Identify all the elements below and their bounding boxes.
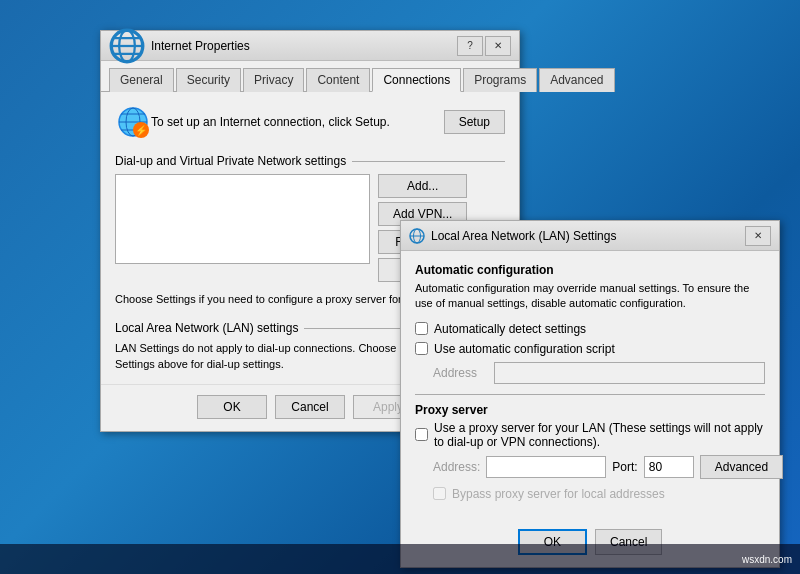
inet-title-bar: Internet Properties ? ✕ [101, 31, 519, 61]
setup-text: To set up an Internet connection, click … [151, 114, 444, 131]
tab-privacy[interactable]: Privacy [243, 68, 304, 92]
lan-dialog-title: Local Area Network (LAN) Settings [431, 229, 745, 243]
bypass-proxy-row: Bypass proxy server for local addresses [433, 487, 765, 501]
tab-connections[interactable]: Connections [372, 68, 461, 92]
inet-window-title: Internet Properties [151, 39, 457, 53]
auto-script-checkbox[interactable] [415, 342, 428, 355]
lan-close-button[interactable]: ✕ [745, 226, 771, 246]
lan-title-bar: Local Area Network (LAN) Settings ✕ [401, 221, 779, 251]
proxy-address-row: Address: Port: Advanced [433, 455, 765, 479]
setup-row: ⚡ To set up an Internet connection, clic… [115, 104, 505, 140]
lan-dialog-controls: ✕ [745, 226, 771, 246]
auto-detect-row: Automatically detect settings [415, 322, 765, 336]
auto-detect-checkbox[interactable] [415, 322, 428, 335]
ok-button[interactable]: OK [197, 395, 267, 419]
port-label: Port: [612, 460, 637, 474]
auto-script-label: Use automatic configuration script [434, 342, 615, 356]
advanced-button[interactable]: Advanced [700, 455, 783, 479]
auto-config-desc: Automatic configuration may override man… [415, 281, 765, 312]
port-input[interactable] [644, 456, 694, 478]
proxy-enable-row: Use a proxy server for your LAN (These s… [415, 421, 765, 449]
proxy-address-label: Address: [433, 460, 480, 474]
tab-security[interactable]: Security [176, 68, 241, 92]
tab-bar: General Security Privacy Content Connect… [101, 61, 519, 92]
inet-window-controls: ? ✕ [457, 36, 511, 56]
proxy-enable-label: Use a proxy server for your LAN (These s… [434, 421, 765, 449]
tab-programs[interactable]: Programs [463, 68, 537, 92]
divider [415, 394, 765, 395]
svg-text:⚡: ⚡ [135, 124, 148, 137]
proxy-section-title: Proxy server [415, 403, 765, 417]
internet-properties-icon [109, 28, 145, 64]
dialup-listbox[interactable] [115, 174, 370, 264]
tab-advanced[interactable]: Advanced [539, 68, 614, 92]
globe-icon: ⚡ [115, 104, 151, 140]
auto-script-row: Use automatic configuration script [415, 342, 765, 356]
auto-address-row: Address [433, 362, 765, 384]
bypass-proxy-checkbox[interactable] [433, 487, 446, 500]
taskbar: wsxdn.com [0, 544, 800, 574]
bypass-proxy-label: Bypass proxy server for local addresses [452, 487, 665, 501]
proxy-enable-checkbox[interactable] [415, 428, 428, 441]
cancel-button[interactable]: Cancel [275, 395, 345, 419]
setup-button[interactable]: Setup [444, 110, 505, 134]
lan-settings-dialog: Local Area Network (LAN) Settings ✕ Auto… [400, 220, 780, 568]
tab-general[interactable]: General [109, 68, 174, 92]
lan-dialog-content: Automatic configuration Automatic config… [401, 251, 779, 519]
close-button[interactable]: ✕ [485, 36, 511, 56]
add-button[interactable]: Add... [378, 174, 467, 198]
auto-address-label: Address [433, 366, 488, 380]
proxy-address-input[interactable] [486, 456, 606, 478]
tab-content[interactable]: Content [306, 68, 370, 92]
auto-detect-label: Automatically detect settings [434, 322, 586, 336]
dialup-section-header: Dial-up and Virtual Private Network sett… [115, 154, 505, 168]
auto-address-input[interactable] [494, 362, 765, 384]
auto-config-title: Automatic configuration [415, 263, 765, 277]
help-button[interactable]: ? [457, 36, 483, 56]
taskbar-branding: wsxdn.com [742, 554, 792, 565]
lan-dialog-icon [409, 228, 425, 244]
lan-note: LAN Settings do not apply to dial-up con… [115, 341, 407, 372]
